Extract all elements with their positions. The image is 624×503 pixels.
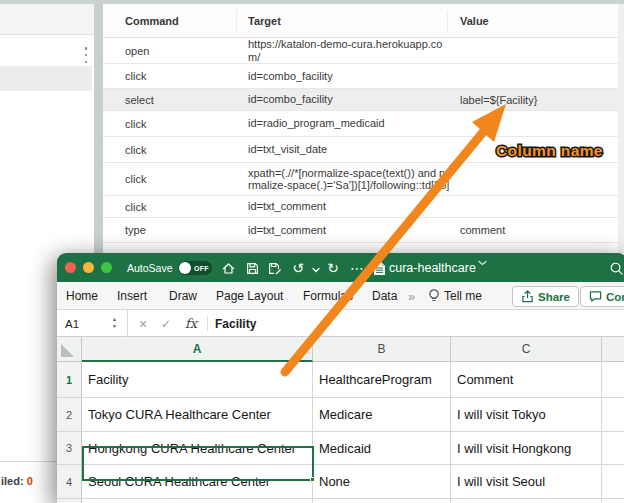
sheet-row: 4 Seoul CURA Healthcare Center None I wi… xyxy=(57,465,624,499)
home-icon[interactable] xyxy=(220,260,236,276)
cell-b[interactable] xyxy=(313,499,451,503)
cell-c[interactable]: I will visit Hongkong xyxy=(451,432,602,465)
ribbon-overflow-icon[interactable]: » xyxy=(408,282,415,310)
test-case-selected-item[interactable] xyxy=(0,66,92,91)
share-button[interactable]: Share xyxy=(512,286,579,307)
table-row[interactable]: click id=radio_program_medicaid xyxy=(103,111,618,137)
table-row[interactable]: type id=txt_comment comment xyxy=(103,218,618,243)
step-target: https://katalon-demo-cura.herokuapp.com/ xyxy=(248,38,453,63)
step-command: click xyxy=(125,111,146,136)
redo-icon[interactable]: ↻ xyxy=(325,260,341,276)
cancel-icon[interactable]: × xyxy=(139,310,147,337)
cell-a[interactable]: Tokyo CURA Healthcare Center xyxy=(82,398,313,432)
undo-dropdown-icon[interactable] xyxy=(308,262,324,278)
column-header-b[interactable]: B xyxy=(313,337,451,362)
search-icon[interactable] xyxy=(608,260,624,276)
failed-label: iled: xyxy=(1,475,24,487)
tab-page-layout[interactable]: Page Layout xyxy=(216,282,283,310)
cell-c[interactable] xyxy=(451,499,602,503)
minimize-button[interactable] xyxy=(83,262,94,273)
cell-b[interactable]: HealthcareProgram xyxy=(313,362,451,398)
close-button[interactable] xyxy=(65,262,76,273)
step-command: select xyxy=(125,89,154,110)
comments-button[interactable]: Comm xyxy=(580,286,624,307)
select-all-triangle-icon xyxy=(61,344,74,357)
spreadsheet-grid: A B C 1 Facility HealthcareProgram Comme… xyxy=(57,337,624,503)
fx-icon[interactable]: fx xyxy=(185,310,197,337)
step-value: label=${Facility} xyxy=(460,89,537,110)
cell-b[interactable]: Medicaid xyxy=(313,432,451,465)
excel-titlebar: AutoSave OFF ↺ ↻ ⋯ cura-health xyxy=(57,253,624,282)
sheet-row: 1 Facility HealthcareProgram Comment xyxy=(57,362,624,398)
cell-a[interactable]: Facility xyxy=(82,362,313,398)
cell-d[interactable] xyxy=(602,499,624,503)
header-target: Target xyxy=(248,4,453,37)
undo-icon[interactable]: ↺ xyxy=(290,260,306,276)
zoom-button[interactable] xyxy=(101,262,112,273)
cell-d[interactable] xyxy=(602,362,624,398)
step-target: id=txt_visit_date xyxy=(248,137,453,162)
sheet-row xyxy=(57,499,624,503)
cell-d[interactable] xyxy=(602,398,624,432)
table-row[interactable]: click id=combo_facility xyxy=(103,64,618,89)
step-command: click xyxy=(125,163,146,195)
confirm-icon[interactable]: ✓ xyxy=(161,310,171,337)
tab-data[interactable]: Data xyxy=(372,282,397,310)
name-box-value: A1 xyxy=(65,310,79,337)
table-row[interactable]: open https://katalon-demo-cura.herokuapp… xyxy=(103,38,618,64)
share-label: Share xyxy=(538,291,570,303)
row-number[interactable]: 1 xyxy=(57,362,82,398)
toggle-knob xyxy=(179,262,191,274)
document-title[interactable]: cura-healthcare xyxy=(389,253,476,282)
step-target: id=txt_comment xyxy=(248,196,453,217)
tab-insert[interactable]: Insert xyxy=(117,282,147,310)
panel-divider xyxy=(94,4,103,253)
cell-d[interactable] xyxy=(602,465,624,499)
column-header-c[interactable]: C xyxy=(451,337,602,362)
cell-c[interactable]: Comment xyxy=(451,362,602,398)
formula-content[interactable]: Facility xyxy=(215,310,256,337)
column-header-d[interactable] xyxy=(602,337,624,362)
table-right-edge xyxy=(618,4,624,253)
save-as-icon[interactable] xyxy=(266,260,282,276)
more-toolbar-icon[interactable]: ⋯ xyxy=(349,260,365,276)
step-command: click xyxy=(125,137,146,162)
failed-value: 0 xyxy=(27,475,33,487)
cell-name-box[interactable]: A1 ▲▼ xyxy=(57,310,128,337)
select-all-corner[interactable] xyxy=(57,337,82,362)
table-row[interactable]: click id=txt_visit_date xyxy=(103,137,618,163)
row-number[interactable]: 2 xyxy=(57,398,82,432)
cell-b[interactable]: Medicare xyxy=(313,398,451,432)
tellme-label[interactable]: Tell me xyxy=(444,282,482,310)
cell-c[interactable]: I will visit Tokyo xyxy=(451,398,602,432)
table-row[interactable]: select id=combo_facility label=${Facilit… xyxy=(103,89,618,111)
kebab-menu-icon[interactable] xyxy=(82,47,90,63)
row-number[interactable] xyxy=(57,499,82,503)
cell-a[interactable]: Hongkong CURA Healthcare Center xyxy=(82,432,313,465)
header-separator xyxy=(236,10,237,32)
comments-label: Comm xyxy=(606,291,624,303)
row-number[interactable]: 4 xyxy=(57,465,82,499)
tab-draw[interactable]: Draw xyxy=(169,282,197,310)
formula-separator xyxy=(207,316,208,331)
cell-c[interactable]: I will visit Seoul xyxy=(451,465,602,499)
table-row[interactable]: click xpath=(.//*[normalize-space(text()… xyxy=(103,163,618,196)
name-box-spinner[interactable]: ▲▼ xyxy=(112,316,117,330)
column-header-row: A B C xyxy=(57,337,624,362)
step-command: type xyxy=(125,218,146,242)
cell-d[interactable] xyxy=(602,432,624,465)
save-icon[interactable] xyxy=(244,260,260,276)
document-title-chevron-icon[interactable] xyxy=(478,260,487,266)
row-number[interactable]: 3 xyxy=(57,432,82,465)
tab-formulas[interactable]: Formulas xyxy=(303,282,353,310)
tab-home[interactable]: Home xyxy=(66,282,98,310)
autosave-toggle[interactable]: OFF xyxy=(178,261,212,275)
cell-a[interactable]: Seoul CURA Healthcare Center xyxy=(82,465,313,499)
table-row[interactable]: click id=txt_comment xyxy=(103,196,618,218)
step-target: xpath=(.//*[normalize-space(text()) and … xyxy=(248,163,453,195)
cell-b[interactable]: None xyxy=(313,465,451,499)
cell-a[interactable] xyxy=(82,499,313,503)
column-header-a[interactable]: A xyxy=(82,337,313,362)
step-command: click xyxy=(125,64,146,88)
step-target: id=combo_facility xyxy=(248,89,453,110)
